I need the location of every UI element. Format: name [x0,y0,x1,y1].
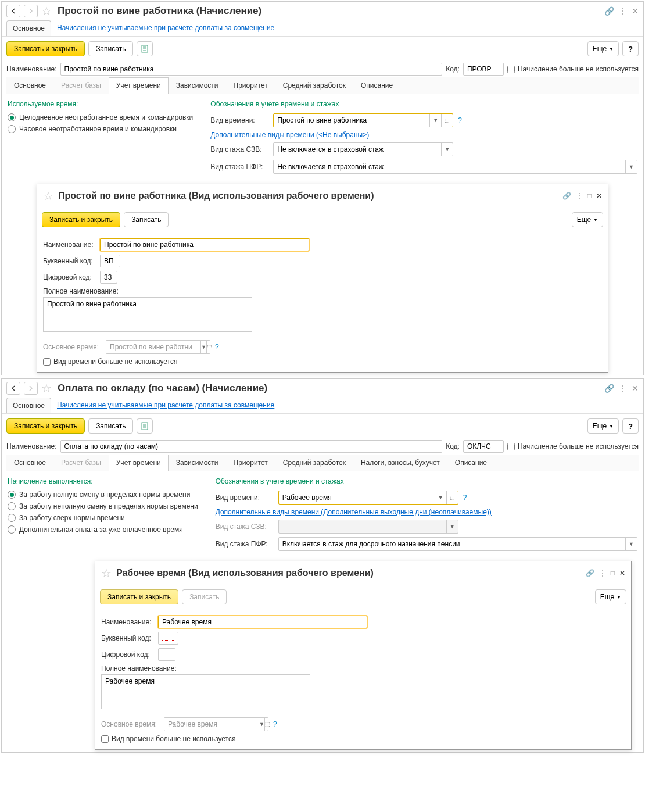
radio-overtime[interactable]: За работу сверх нормы времени [8,512,198,524]
help-icon[interactable]: ? [273,720,277,728]
tab-desc[interactable]: Описание [353,77,400,94]
more-button[interactable]: Еще ▼ [572,212,603,227]
unused-checkbox[interactable]: Начисление больше не используется [507,65,639,73]
timekind-label: Вид времени: [210,116,268,124]
tab-general[interactable]: Основное [6,77,53,94]
save-button[interactable]: Записать [88,418,133,434]
report-icon-button[interactable] [137,41,153,56]
open-icon: ⬚ [446,491,458,504]
timekind-combo[interactable]: ▼⬚ [278,491,458,505]
additional-times-link[interactable]: Дополнительные виды времени (Дополнитель… [216,508,492,516]
right-section-title: Обозначения в учете времени и стажах [210,100,637,108]
tab-base[interactable]: Расчет базы [53,77,109,94]
unused-checkbox[interactable]: Вид времени больше не используется [43,357,177,366]
star-icon[interactable]: ☆ [41,381,52,395]
back-button[interactable] [6,382,20,395]
close-icon[interactable]: ✕ [596,192,602,200]
star-icon[interactable]: ☆ [43,189,53,203]
base-combo[interactable]: ▼⬚ [164,717,268,731]
close-icon[interactable]: ✕ [632,384,639,393]
report-icon-button[interactable] [137,418,153,434]
link-icon[interactable]: 🔗 [586,569,594,577]
tab-time[interactable]: Учет времени [109,77,169,94]
forward-button[interactable] [24,382,38,395]
name-input[interactable] [100,238,309,251]
tab-priority[interactable]: Приоритет [226,77,275,94]
name-input[interactable] [60,63,443,76]
radio-full-day[interactable]: Целодневное неотработанное время и коман… [8,112,193,123]
code-input[interactable] [463,440,504,453]
save-close-button[interactable]: Записать и закрыть [100,589,178,604]
pfr-combo[interactable]: ▼ [278,537,637,551]
unused-checkbox[interactable]: Вид времени больше не используется [101,735,235,743]
save-close-button[interactable]: Записать и закрыть [6,418,85,434]
star-icon[interactable]: ☆ [41,4,52,18]
num-input[interactable] [100,271,117,284]
additional-times-link[interactable]: Дополнительные виды времени (<Не выбраны… [210,131,369,139]
full-name-textarea[interactable] [43,297,252,332]
unused-checkbox[interactable]: Начисление больше не используется [507,442,639,450]
menu-icon[interactable]: ⋮ [576,192,583,200]
radio-partial-shift[interactable]: За работу неполную смену в пределах норм… [8,500,198,512]
timekind-combo[interactable]: ▼⬚ [273,113,453,127]
save-button[interactable]: Записать [182,589,227,604]
tab-average[interactable]: Средний заработок [275,455,353,471]
radio-additional[interactable]: Дополнительная оплата за уже оплаченное … [8,524,198,535]
save-button[interactable]: Записать [124,212,169,227]
tab-deps[interactable]: Зависимости [169,77,226,94]
link-icon[interactable]: 🔗 [562,192,571,200]
code-input[interactable] [463,63,504,76]
more-button[interactable]: Еще ▼ [587,418,619,434]
maximize-icon[interactable]: □ [611,569,615,577]
close-icon[interactable]: ✕ [632,6,639,16]
tab-desc[interactable]: Описание [447,455,494,471]
save-button[interactable]: Записать [88,41,133,56]
tab-general[interactable]: Основное [6,455,53,471]
tab-priority[interactable]: Приоритет [226,455,275,471]
tab-base[interactable]: Расчет базы [53,455,109,471]
forward-button[interactable] [24,5,38,17]
maximize-icon[interactable]: □ [587,192,592,200]
letter-input[interactable] [100,255,120,267]
tab-exclusions-link[interactable]: Начисления не учитываемые при расчете до… [51,20,280,36]
link-icon[interactable]: 🔗 [604,384,614,393]
open-icon: ⬚ [264,718,270,731]
radio-hourly[interactable]: Часовое неотработанное время и командиро… [8,123,193,135]
letter-input[interactable] [158,632,178,645]
save-close-button[interactable]: Записать и закрыть [42,212,120,227]
help-button[interactable]: ? [622,418,639,434]
num-input[interactable] [158,648,175,661]
tab-taxes[interactable]: Налоги, взносы, бухучет [353,455,447,471]
name-input[interactable] [158,616,367,628]
right-section-title: Обозначения в учете времени и стажах [216,477,637,485]
tab-exclusions-link[interactable]: Начисления не учитываемые при расчете до… [51,398,280,413]
name-input[interactable] [60,440,443,453]
help-icon[interactable]: ? [215,343,219,351]
letter-label: Буквенный код: [43,257,95,265]
base-combo[interactable]: ▼⬚ [106,340,210,354]
tab-time[interactable]: Учет времени [109,455,169,471]
szv-combo[interactable]: ▼ [273,142,453,156]
more-button[interactable]: Еще ▼ [587,41,619,56]
tab-deps[interactable]: Зависимости [169,455,226,471]
back-button[interactable] [6,5,20,17]
more-button[interactable]: Еще ▼ [595,589,626,604]
help-icon[interactable]: ? [463,493,467,502]
menu-icon[interactable]: ⋮ [619,6,627,16]
tab-average[interactable]: Средний заработок [275,77,353,94]
menu-icon[interactable]: ⋮ [619,384,627,393]
help-icon[interactable]: ? [458,116,462,124]
full-name-textarea[interactable] [101,674,310,709]
radio-full-shift[interactable]: За работу полную смену в пределах нормы … [8,489,198,500]
dialog-title: Рабочее время (Вид использования рабочег… [116,568,581,578]
close-icon[interactable]: ✕ [619,569,625,577]
help-button[interactable]: ? [622,41,639,56]
save-close-button[interactable]: Записать и закрыть [6,41,85,56]
star-icon[interactable]: ☆ [101,566,112,580]
link-icon[interactable]: 🔗 [604,6,614,16]
code-label: Код: [446,442,460,450]
tab-main[interactable]: Основное [6,20,51,36]
menu-icon[interactable]: ⋮ [599,569,606,577]
tab-main[interactable]: Основное [6,398,51,413]
pfr-combo[interactable]: ▼ [273,160,637,174]
